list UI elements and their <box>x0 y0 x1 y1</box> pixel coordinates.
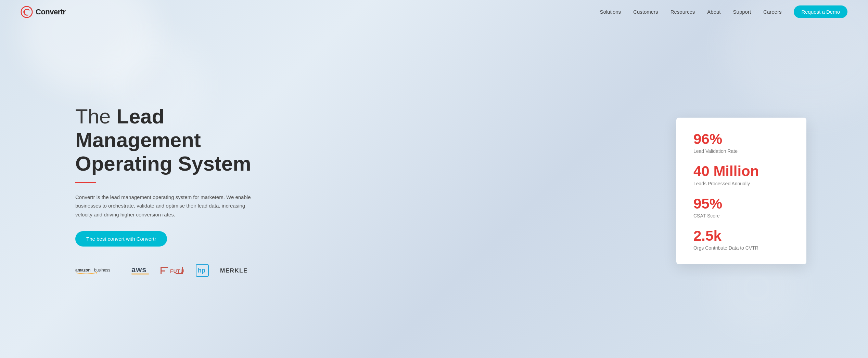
nav-link-customers[interactable]: Customers <box>633 9 658 15</box>
svg-point-0 <box>21 6 32 17</box>
stat-item-0: 96% Lead Validation Rate <box>693 131 789 154</box>
svg-text:aws: aws <box>131 265 147 274</box>
stat-label-2: CSAT Score <box>693 213 789 218</box>
future-svg: FUTURE <box>161 265 184 276</box>
nav-item-careers[interactable]: Careers <box>763 9 781 15</box>
svg-point-1 <box>23 11 25 13</box>
stat-label-0: Lead Validation Rate <box>693 148 789 154</box>
hero-cta-button[interactable]: The best convert with Convertr <box>75 231 167 247</box>
hero-section: The Lead Management Operating System Con… <box>0 24 868 358</box>
hero-title: The Lead Management Operating System <box>75 105 274 175</box>
stat-label-3: Orgs Contribute Data to CVTR <box>693 245 789 251</box>
nav-item-customers[interactable]: Customers <box>633 9 658 15</box>
svg-text:MERKLE: MERKLE <box>220 267 248 274</box>
hero-description: Convertr is the lead management operatin… <box>75 193 253 219</box>
amazon-business-logo: amazon business <box>75 265 120 276</box>
hero-content-left: The Lead Management Operating System Con… <box>75 105 274 278</box>
stat-number-2: 95% <box>693 196 789 212</box>
page-wrapper: Convertr Solutions Customers Resources A… <box>0 0 868 358</box>
hp-logo: hp <box>195 264 209 277</box>
merkle-logo: MERKLE <box>220 266 249 275</box>
logo-text: Convertr <box>36 8 66 16</box>
svg-rect-11 <box>182 267 183 274</box>
nav-item-solutions[interactable]: Solutions <box>600 9 621 15</box>
stat-number-3: 2.5k <box>693 228 789 244</box>
svg-text:hp: hp <box>198 267 205 274</box>
nav-item-resources[interactable]: Resources <box>671 9 695 15</box>
svg-rect-12 <box>176 273 183 274</box>
stat-number-0: 96% <box>693 131 789 147</box>
hero-divider <box>75 182 96 183</box>
svg-text:amazon: amazon <box>75 268 91 273</box>
future-logo: FUTURE <box>161 265 184 276</box>
nav-item-about[interactable]: About <box>707 9 720 15</box>
convertr-logo-icon <box>21 6 33 18</box>
nav-link-resources[interactable]: Resources <box>671 9 695 15</box>
stat-item-1: 40 Million Leads Processed Annually <box>693 163 789 186</box>
nav-link-solutions[interactable]: Solutions <box>600 9 621 15</box>
svg-rect-6 <box>131 274 149 275</box>
hp-svg: hp <box>195 264 209 277</box>
aws-svg: aws <box>131 265 150 276</box>
nav-item-cta[interactable]: Request a Demo <box>794 9 847 15</box>
logo[interactable]: Convertr <box>21 6 66 18</box>
nav-link-careers[interactable]: Careers <box>763 9 781 15</box>
partner-logos: amazon business aws <box>75 264 274 277</box>
stat-item-3: 2.5k Orgs Contribute Data to CVTR <box>693 228 789 251</box>
nav-link-support[interactable]: Support <box>733 9 751 15</box>
svg-text:business: business <box>94 268 110 273</box>
aws-logo: aws <box>131 265 150 276</box>
nav-link-about[interactable]: About <box>707 9 720 15</box>
stat-item-2: 95% CSAT Score <box>693 196 789 218</box>
stat-number-1: 40 Million <box>693 163 789 179</box>
amazon-business-svg: amazon business <box>75 265 120 276</box>
nav-cta-button[interactable]: Request a Demo <box>794 5 847 18</box>
navbar: Convertr Solutions Customers Resources A… <box>0 0 868 24</box>
svg-rect-9 <box>161 270 165 271</box>
hero-title-thin: The <box>75 105 116 128</box>
merkle-svg: MERKLE <box>220 266 249 275</box>
nav-links: Solutions Customers Resources About Supp… <box>600 9 847 15</box>
stat-label-1: Leads Processed Annually <box>693 181 789 186</box>
svg-rect-8 <box>161 267 168 268</box>
stats-card: 96% Lead Validation Rate 40 Million Lead… <box>676 118 806 264</box>
nav-item-support[interactable]: Support <box>733 9 751 15</box>
